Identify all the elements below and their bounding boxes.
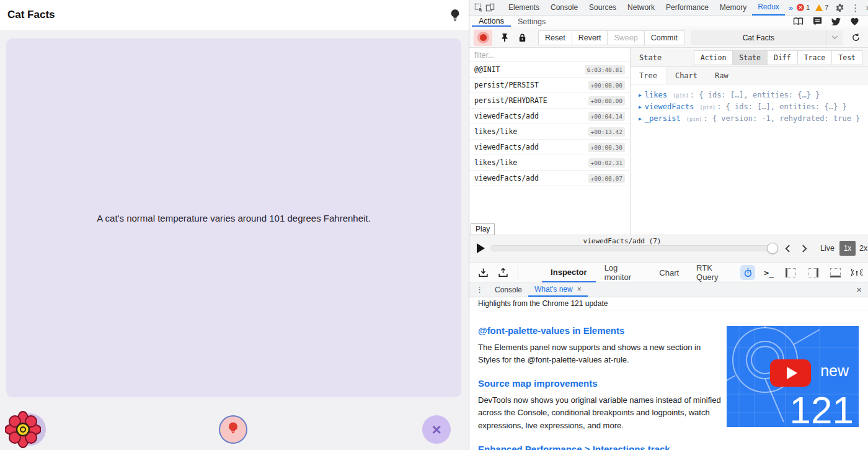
live-button[interactable]: Live [820,244,835,253]
thumbnail-new-label: new [820,362,849,380]
filter-input[interactable] [474,51,625,60]
action-time-badge: 6:03:40.81 [585,65,625,74]
speed-1x-button[interactable]: 1x [839,241,856,256]
warning-badge[interactable]: 7 [815,4,828,11]
subtab-chart[interactable]: Chart [666,67,706,84]
whatsnew-tab-close-icon[interactable]: × [577,285,582,294]
action-row[interactable]: viewedFacts/add+00:00.30 [469,140,630,155]
action-row[interactable]: viewedFacts/add+00:04.14 [469,109,630,124]
new-fact-button[interactable] [219,415,247,444]
action-row[interactable]: viewedFacts/add+00:00.07 [469,171,630,186]
action-row[interactable]: likes/like+00:13.42 [469,124,630,140]
dismiss-button[interactable]: × [422,415,451,444]
tab-diff[interactable]: Diff [767,50,798,65]
tree-node[interactable]: ▶_persist (pin): { version: -1, rehydrat… [639,113,868,125]
tab-state[interactable]: State [732,50,768,65]
play-button[interactable] [477,243,485,253]
speed-2x-button[interactable]: 2x [859,244,867,253]
error-badge[interactable]: ×1 [797,4,810,11]
tab-rtk-query[interactable]: RTK Query [688,263,740,282]
youtube-play-icon[interactable] [770,359,811,387]
step-back-icon[interactable] [781,242,794,254]
whatsnew-section-title[interactable]: Source map improvements [478,378,725,389]
play-tooltip: Play [471,223,495,235]
feedback-icon[interactable] [813,17,822,26]
flower-icon[interactable] [5,411,41,448]
twitter-icon[interactable] [831,17,841,26]
more-tabs-icon[interactable]: » [785,3,797,12]
inspect-element-icon[interactable] [473,2,484,13]
sweep-button[interactable]: Sweep [607,30,644,45]
video-thumbnail[interactable]: new 121 [727,326,859,427]
action-row[interactable]: persist/REHYDRATE+00:00.00 [469,93,630,109]
tree-node[interactable]: ▶viewedFacts (pin): { ids: […], entities… [639,101,868,113]
lightbulb-red-icon [226,421,240,438]
tab-settings[interactable]: Settings [511,16,552,27]
slider-thumb[interactable] [767,243,778,254]
lock-icon[interactable] [518,33,527,43]
tab-chart[interactable]: Chart [650,263,688,282]
expand-arrow-icon[interactable]: ▶ [639,116,642,122]
expand-arrow-icon[interactable]: ▶ [639,104,642,110]
dock-right-icon[interactable] [805,264,821,281]
action-row[interactable]: @@INIT6:03:40.81 [469,62,630,78]
tab-sources[interactable]: Sources [583,0,622,16]
close-drawer-icon[interactable]: × [850,282,868,297]
remote-icon[interactable] [851,266,863,279]
devtools-tab-bar: Elements Console Sources Network Perform… [469,0,868,16]
tree-node[interactable]: ▶likes (pin): { ids: […], entities: {…} … [639,89,868,101]
dock-left-icon[interactable] [782,264,799,281]
player-bar: viewedFacts/add (7) Live 1x 2x [469,235,868,263]
tab-memory[interactable]: Memory [714,0,752,16]
whatsnew-section-title[interactable]: @font-palette-values in Elements [478,325,725,336]
export-icon[interactable] [497,266,509,279]
reload-icon[interactable] [848,33,864,42]
tab-actions[interactable]: Actions [472,16,511,27]
docs-book-icon[interactable] [793,17,804,25]
reset-button[interactable]: Reset [538,30,572,45]
revert-button[interactable]: Revert [572,30,608,45]
action-time-badge: +00:00.30 [588,143,625,152]
record-button[interactable] [474,30,492,46]
settings-gear-icon[interactable] [834,2,845,13]
subtab-tree[interactable]: Tree [631,67,666,84]
chevron-down-icon[interactable] [826,30,843,45]
drawer-menu-icon[interactable]: ⋮ [469,282,489,297]
inspector-header: State Action State Diff Trace Test [631,48,868,67]
tab-performance[interactable]: Performance [660,0,714,16]
import-icon[interactable] [477,266,489,279]
tab-elements[interactable]: Elements [503,0,545,16]
step-forward-icon[interactable] [798,242,810,254]
action-row[interactable]: likes/like+00:02.31 [469,155,630,171]
expand-arrow-icon[interactable]: ▶ [639,92,642,98]
tab-console[interactable]: Console [545,0,583,16]
commit-button[interactable]: Commit [644,30,684,45]
pin-icon[interactable] [500,33,510,43]
whatsnew-section-body: DevTools now shows you original variable… [478,394,725,431]
state-inspector: State Action State Diff Trace Test Tree … [631,48,868,235]
close-devtools-icon[interactable]: × [866,3,868,12]
error-icon: × [797,4,804,11]
tab-log-monitor[interactable]: Log monitor [596,263,651,282]
tab-network[interactable]: Network [622,0,660,16]
tab-test[interactable]: Test [831,50,862,65]
tab-trace[interactable]: Trace [797,50,833,65]
device-toolbar-icon[interactable] [484,2,495,13]
action-row[interactable]: persist/PERSIST+00:00.00 [469,78,630,93]
cat-facts-app: Cat Facts A cat's normal temperature var… [0,0,469,450]
dock-bottom-icon[interactable] [827,264,843,281]
tab-inspector[interactable]: Inspector [542,263,596,282]
tab-action[interactable]: Action [694,50,733,65]
drawer-tab-whatsnew[interactable]: What's new × [528,282,588,297]
kebab-menu-icon[interactable]: ⋮ [851,3,860,12]
heart-icon[interactable] [850,17,859,26]
lightbulb-icon[interactable] [449,9,461,21]
instance-select[interactable]: Cat Facts [691,30,826,45]
subtab-raw[interactable]: Raw [706,67,737,84]
dispatcher-terminal-icon[interactable]: >_ [764,268,774,277]
drawer-tab-console[interactable]: Console [489,282,528,297]
whatsnew-section-title[interactable]: Enhanced Performance > Interactions trac… [478,444,725,450]
timeline-slider[interactable] [490,245,777,251]
tab-redux[interactable]: Redux [752,0,785,16]
timer-icon[interactable] [740,265,755,280]
